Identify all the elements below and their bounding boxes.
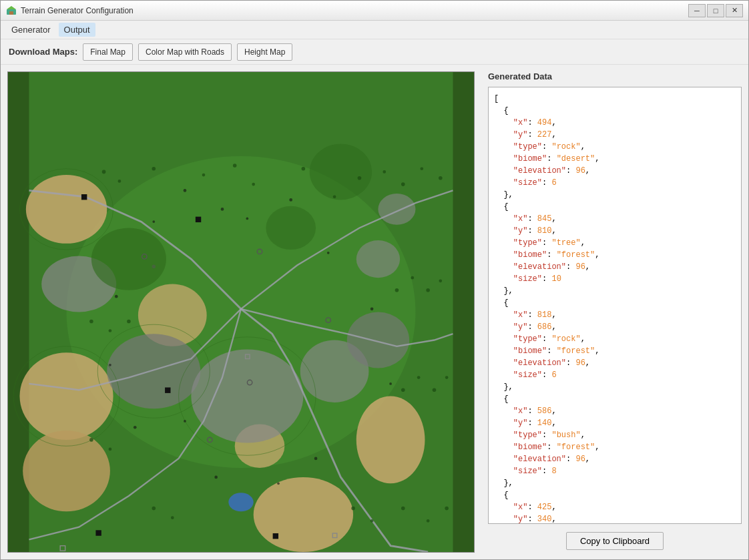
svg-point-38: [252, 183, 255, 186]
svg-point-63: [401, 507, 405, 511]
copy-btn-container: Copy to Clipboard: [488, 529, 742, 553]
svg-point-83: [277, 482, 280, 485]
svg-point-54: [109, 448, 112, 451]
svg-point-9: [254, 477, 353, 552]
svg-point-77: [246, 218, 248, 220]
svg-marker-1: [7, 6, 16, 9]
svg-point-20: [310, 144, 372, 200]
generated-data-label: Generated Data: [488, 71, 742, 81]
download-maps-label: Download Maps:: [9, 47, 77, 57]
svg-point-89: [152, 220, 155, 223]
svg-point-51: [426, 288, 430, 292]
svg-point-22: [228, 493, 253, 511]
height-map-button[interactable]: Height Map: [237, 43, 292, 61]
svg-point-5: [26, 175, 107, 244]
svg-rect-30: [95, 530, 101, 535]
svg-point-57: [433, 388, 437, 392]
svg-point-42: [383, 170, 386, 174]
svg-point-61: [351, 507, 355, 511]
svg-point-44: [420, 167, 423, 170]
content-area: Generated Data [ { "x": 494, "y": 227, "…: [1, 65, 748, 559]
title-bar-left: Terrain Generator Configuration: [6, 5, 134, 16]
svg-point-82: [314, 457, 318, 461]
svg-point-64: [427, 519, 430, 523]
svg-point-36: [202, 174, 206, 177]
svg-point-78: [289, 198, 292, 202]
svg-point-33: [102, 170, 106, 174]
title-bar: Terrain Generator Configuration ─ □ ✕: [1, 1, 748, 21]
svg-point-21: [266, 206, 316, 250]
copy-to-clipboard-button[interactable]: Copy to Clipboard: [566, 532, 664, 550]
window-title: Terrain Generator Configuration: [21, 6, 134, 15]
svg-point-86: [134, 426, 137, 429]
svg-point-48: [127, 320, 131, 324]
svg-rect-31: [273, 533, 278, 539]
svg-rect-28: [196, 217, 201, 222]
svg-point-41: [358, 176, 362, 180]
app-icon: [6, 5, 17, 16]
minimize-button[interactable]: ─: [688, 4, 706, 17]
svg-point-56: [417, 376, 421, 379]
svg-point-85: [184, 420, 186, 423]
svg-point-6: [20, 352, 113, 440]
right-panel: Generated Data [ { "x": 494, "y": 227, "…: [481, 65, 748, 559]
svg-point-71: [152, 265, 156, 269]
svg-point-34: [118, 180, 121, 183]
svg-point-49: [395, 288, 399, 292]
svg-point-53: [89, 438, 93, 442]
svg-point-76: [221, 208, 224, 211]
svg-point-7: [23, 431, 110, 511]
svg-point-55: [401, 388, 405, 392]
svg-point-19: [91, 228, 166, 290]
map-container: [7, 71, 475, 553]
svg-point-80: [370, 307, 374, 310]
svg-rect-29: [165, 387, 170, 392]
json-display[interactable]: [ { "x": 494, "y": 227, "type": "rock", …: [488, 87, 742, 524]
svg-point-59: [152, 507, 156, 511]
svg-rect-2: [9, 11, 13, 15]
terrain-map: [8, 72, 474, 552]
final-map-button[interactable]: Final Map: [83, 43, 133, 61]
main-window: Terrain Generator Configuration ─ □ ✕ Ge…: [0, 0, 749, 560]
svg-point-58: [445, 376, 449, 379]
svg-point-87: [109, 364, 111, 366]
svg-point-62: [370, 519, 374, 523]
svg-point-45: [439, 176, 443, 180]
svg-point-65: [445, 507, 449, 511]
svg-rect-27: [81, 194, 87, 200]
svg-point-18: [378, 194, 415, 225]
menu-item-generator[interactable]: Generator: [6, 23, 56, 37]
svg-point-52: [439, 279, 442, 282]
svg-point-47: [109, 329, 112, 332]
menu-item-output[interactable]: Output: [59, 23, 95, 37]
svg-point-60: [171, 516, 174, 519]
svg-point-90: [184, 189, 187, 192]
maximize-button[interactable]: □: [707, 4, 724, 17]
svg-point-13: [107, 334, 200, 408]
svg-point-16: [347, 312, 409, 368]
svg-point-79: [327, 252, 330, 254]
svg-point-14: [191, 350, 303, 443]
svg-point-43: [401, 182, 405, 186]
svg-point-8: [356, 396, 425, 484]
svg-point-39: [302, 167, 306, 171]
toolbar: Download Maps: Final Map Color Map with …: [1, 39, 748, 65]
svg-point-50: [411, 276, 414, 280]
window-controls: ─ □ ✕: [688, 4, 743, 17]
svg-point-35: [152, 167, 156, 171]
menu-bar: Generator Output: [1, 21, 748, 39]
svg-point-88: [115, 295, 118, 298]
color-map-button[interactable]: Color Map with Roads: [138, 43, 232, 61]
svg-point-17: [356, 240, 400, 278]
svg-point-40: [333, 195, 336, 198]
svg-point-46: [89, 320, 93, 324]
close-button[interactable]: ✕: [726, 4, 743, 17]
svg-point-84: [214, 476, 218, 479]
svg-point-81: [389, 382, 392, 385]
svg-point-37: [233, 164, 237, 168]
